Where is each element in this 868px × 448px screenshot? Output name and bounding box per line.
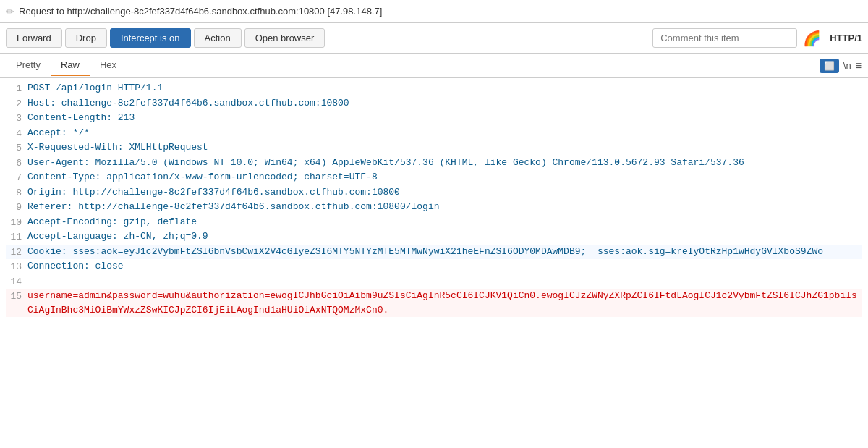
line-number: 1 xyxy=(6,81,22,96)
tab-pretty[interactable]: Pretty xyxy=(6,55,51,76)
pen-icon: ✏ xyxy=(6,6,14,17)
newline-button[interactable]: \n xyxy=(843,60,851,71)
drop-button[interactable]: Drop xyxy=(65,28,107,48)
line-content: Accept-Encoding: gzip, deflate xyxy=(27,215,862,229)
line: 4Accept: */* xyxy=(6,126,862,141)
action-button[interactable]: Action xyxy=(194,28,242,48)
line: 10Accept-Encoding: gzip, deflate xyxy=(6,215,862,230)
line: 8Origin: http://challenge-8c2fef337d4f64… xyxy=(6,185,862,200)
line-content: username=admin&password=wuhu&authorizati… xyxy=(27,289,862,317)
intercept-button[interactable]: Intercept is on xyxy=(110,28,191,48)
line-number: 5 xyxy=(6,140,22,156)
line-number: 12 xyxy=(6,245,22,260)
content-area: 1POST /api/login HTTP/1.12Host: challeng… xyxy=(0,78,868,448)
menu-button[interactable]: ≡ xyxy=(856,59,862,72)
line-number: 10 xyxy=(6,215,22,230)
line-number: 3 xyxy=(6,111,22,126)
line: 1POST /api/login HTTP/1.1 xyxy=(6,81,862,96)
line-content: Referer: http://challenge-8c2fef337d4f64… xyxy=(27,200,862,214)
line: 5X-Requested-With: XMLHttpRequest xyxy=(6,140,862,156)
toolbar: Forward Drop Intercept is on Action Open… xyxy=(0,23,868,54)
line-content: Accept: */* xyxy=(27,126,862,140)
http-version: HTTP/1 xyxy=(830,33,862,43)
comment-input[interactable] xyxy=(652,28,797,48)
line-content: POST /api/login HTTP/1.1 xyxy=(27,81,862,96)
line-number: 11 xyxy=(6,229,22,245)
line-number: 14 xyxy=(6,274,22,289)
line-number: 9 xyxy=(6,200,22,215)
burp-icon: 🌈 xyxy=(803,30,821,47)
line-number: 8 xyxy=(6,185,22,200)
line-content: Host: challenge-8c2fef337d4f64b6.sandbox… xyxy=(27,96,862,111)
line: 3Content-Length: 213 xyxy=(6,111,862,126)
open-browser-button[interactable]: Open browser xyxy=(244,28,326,48)
line: 14 xyxy=(6,274,862,289)
line-content: Content-Length: 213 xyxy=(27,111,862,125)
line: 12Cookie: sses:aok=eyJ1c2VybmFtZSI6bnVsb… xyxy=(6,245,862,260)
line-content: X-Requested-With: XMLHttpRequest xyxy=(27,140,862,155)
tab-hex[interactable]: Hex xyxy=(90,55,127,76)
line: 7Content-Type: application/x-www-form-ur… xyxy=(6,170,862,185)
line-number: 15 xyxy=(6,289,22,304)
line-content: Content-Type: application/x-www-form-url… xyxy=(27,170,862,185)
title-text: Request to http://challenge-8c2fef337d4f… xyxy=(19,6,382,17)
line: 9Referer: http://challenge-8c2fef337d4f6… xyxy=(6,200,862,215)
line-content: Connection: close xyxy=(27,259,862,274)
tabs-bar: Pretty Raw Hex ⬜ \n ≡ xyxy=(0,54,868,78)
line-content: User-Agent: Mozilla/5.0 (Windows NT 10.0… xyxy=(27,156,862,170)
tab-actions: ⬜ \n ≡ xyxy=(820,59,862,73)
line-content: Accept-Language: zh-CN, zh;q=0.9 xyxy=(27,229,862,244)
copy-icon-button[interactable]: ⬜ xyxy=(820,59,839,73)
line-number: 7 xyxy=(6,170,22,185)
title-bar: ✏ Request to http://challenge-8c2fef337d… xyxy=(0,0,868,23)
line-number: 4 xyxy=(6,126,22,141)
line: 15username=admin&password=wuhu&authoriza… xyxy=(6,289,862,317)
tab-raw[interactable]: Raw xyxy=(51,55,90,76)
line: 2Host: challenge-8c2fef337d4f64b6.sandbo… xyxy=(6,96,862,111)
line: 11Accept-Language: zh-CN, zh;q=0.9 xyxy=(6,229,862,245)
forward-button[interactable]: Forward xyxy=(6,28,62,48)
line-number: 2 xyxy=(6,96,22,111)
line: 6User-Agent: Mozilla/5.0 (Windows NT 10.… xyxy=(6,156,862,171)
line-content: Cookie: sses:aok=eyJ1c2VybmFtZSI6bnVsbCw… xyxy=(27,245,862,259)
line-number: 6 xyxy=(6,156,22,171)
line-content: Origin: http://challenge-8c2fef337d4f64b… xyxy=(27,185,862,200)
line-number: 13 xyxy=(6,259,22,274)
line: 13Connection: close xyxy=(6,259,862,274)
